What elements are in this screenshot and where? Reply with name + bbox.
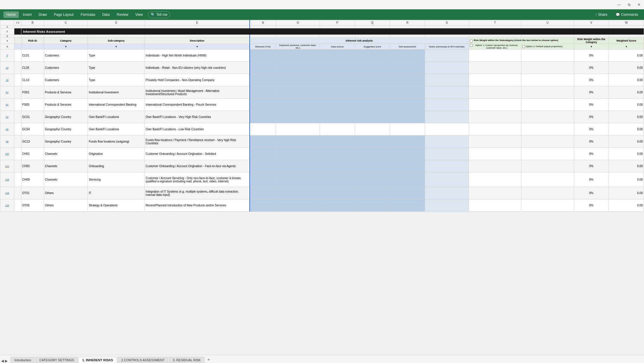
menu-draw[interactable]: Draw: [36, 11, 50, 18]
tell-me-label: Tell me: [156, 13, 167, 17]
tab-residual-risk[interactable]: 3. RESIDUAL RISK: [169, 357, 205, 363]
option1-header: Option 1: Custom (proportion by revenue,…: [469, 44, 521, 49]
description-header: Description: [145, 38, 250, 44]
table-row: 57 PS01 Products & Services Institutiona…: [0, 86, 644, 99]
col-q: Q: [355, 20, 390, 25]
sheet-content[interactable]: 1 2 B C D E N O P Q R S T U V W: [0, 20, 644, 355]
menu-data[interactable]: Data: [99, 11, 112, 18]
table-row: 15 CL10 Customers Type Privately Held Co…: [0, 74, 644, 86]
table-row: 107 CH01 Channels Origination Customer O…: [0, 148, 644, 160]
table-row: 6 CL01 Customers Type Individuals - High…: [0, 49, 644, 62]
datasource-header: Data source: [320, 44, 355, 49]
tabs-bar: ◀ ▶ Introduction CATEGORY SETTINGS 1. IN…: [0, 355, 644, 363]
menu-home[interactable]: Home: [4, 11, 19, 18]
header-row-4: 4 Risk ID Category Sub-category Descript…: [0, 38, 644, 44]
sheet-title: Inherent Risks Assessment: [21, 28, 644, 35]
row-3: 3: [0, 35, 644, 38]
inherent-risk-analysis-header: Inherent risk analysis: [250, 38, 469, 44]
col-t: T: [469, 20, 521, 25]
tab-controls-assessment[interactable]: 2.CONTROLS ASSESSMENT: [117, 357, 168, 363]
comments-button[interactable]: 💬 Comments: [613, 11, 640, 18]
prev-sheet-button[interactable]: ◀: [1, 359, 4, 363]
menu-view[interactable]: View: [132, 11, 146, 18]
table-row: 10 CL05 Customers Type Individuals - Ret…: [0, 62, 644, 74]
risk-weight-subcategory-header: Risk Weight within the Subcategory (chec…: [469, 38, 574, 44]
col-header-row: 1 2 B C D E N O P Q R S T U V W: [0, 20, 644, 25]
menu-page-layout[interactable]: Page Layout: [51, 11, 76, 18]
main-table: 1 2 B C D E N O P Q R S T U V W: [0, 20, 644, 212]
col-b: B: [21, 20, 44, 25]
col-p: P: [320, 20, 355, 25]
exposure-header: Exposure (revenue, customer base, etc.): [276, 44, 320, 49]
menu-right: ↑ Share 💬 Comments: [593, 11, 640, 18]
minimize-button[interactable]: —: [616, 2, 622, 7]
table-row: 122 OT05 Others Strategy & Operations Re…: [0, 199, 644, 212]
suggested-score-header: Suggested score: [355, 44, 390, 49]
menu-bar: Home Insert Draw Page Layout Formulas Da…: [0, 9, 644, 20]
table-row: 87 GC01 Geography/ Country Own Bank/FI L…: [0, 111, 644, 123]
table-row: 99 GC13 Geography/ Country Funds flow lo…: [0, 136, 644, 148]
row-1: 1: [0, 25, 644, 28]
col-s: S: [425, 20, 469, 25]
rw-category-header: Risk Weight within the Category: [574, 38, 609, 44]
corner-cell: [0, 20, 14, 25]
col-u: U: [521, 20, 574, 25]
relevant-header: Relevant (Y/N): [250, 44, 276, 49]
next-sheet-button[interactable]: ▶: [5, 359, 8, 363]
subcategory-header: Sub-category: [88, 38, 145, 44]
menu-insert[interactable]: Insert: [20, 11, 35, 18]
search-icon: 🔍: [151, 13, 155, 17]
col-v: V: [574, 20, 609, 25]
col-header-12: 1 2: [14, 20, 21, 25]
col-c: C: [44, 20, 88, 25]
tab-introduction[interactable]: Introduction: [11, 357, 35, 363]
col-d: D: [88, 20, 145, 25]
close-button[interactable]: ✕: [636, 2, 642, 7]
title-row: 2 Inherent Risks Assessment: [0, 28, 644, 35]
title-bar: — ⧉ ✕: [0, 0, 644, 9]
menu-formulas[interactable]: Formulas: [78, 11, 98, 18]
category-header: Category: [44, 38, 88, 44]
self-assessment-header: Self-assessment: [390, 44, 425, 49]
window-controls[interactable]: — ⧉ ✕: [616, 2, 642, 7]
col-o: O: [276, 20, 320, 25]
col-e: E: [145, 20, 250, 25]
option2-col-checkbox[interactable]: [522, 45, 525, 48]
maximize-button[interactable]: ⧉: [626, 2, 632, 7]
table-row: 115 CH09 Channels Servicing Customer / A…: [0, 172, 644, 187]
option2-header: Option 2: Default (equal proportion): [521, 44, 574, 49]
weighted-score-header: Weighted Score: [609, 38, 644, 44]
option1-col-checkbox[interactable]: [470, 44, 473, 47]
col-w: W: [609, 20, 644, 25]
header-row-5: 5 ▼ ▼ ▼ Relevant (Y/N) Exposure (revenue…: [0, 44, 644, 49]
col-n: N: [250, 20, 276, 25]
table-row: 90 GC04 Geography/ Country Own Bank/FI L…: [0, 123, 644, 136]
risk-id-header: Risk ID: [21, 38, 44, 44]
share-button[interactable]: ↑ Share: [593, 11, 610, 18]
col-r: R: [390, 20, 425, 25]
table-row: 61 PS05 Products & Services Internationa…: [0, 99, 644, 111]
menu-review[interactable]: Review: [114, 11, 131, 18]
notes-header: Notes (necessary to fill if override): [425, 44, 469, 49]
tell-me-button[interactable]: 🔍 Tell me: [148, 11, 170, 18]
add-sheet-button[interactable]: +: [205, 356, 212, 363]
table-row: 118 OT01 Others IT Integration of IT Sys…: [0, 187, 644, 199]
spreadsheet-wrapper: 1 2 B C D E N O P Q R S T U V W: [0, 20, 644, 363]
tab-inherent-risks[interactable]: 1. INHERENT RISKS: [78, 357, 117, 363]
tab-category-settings[interactable]: CATEGORY SETTINGS: [35, 357, 78, 363]
table-row: 111 CH05 Channels Onboarding Customer On…: [0, 160, 644, 172]
option1-checkbox[interactable]: [470, 40, 473, 42]
